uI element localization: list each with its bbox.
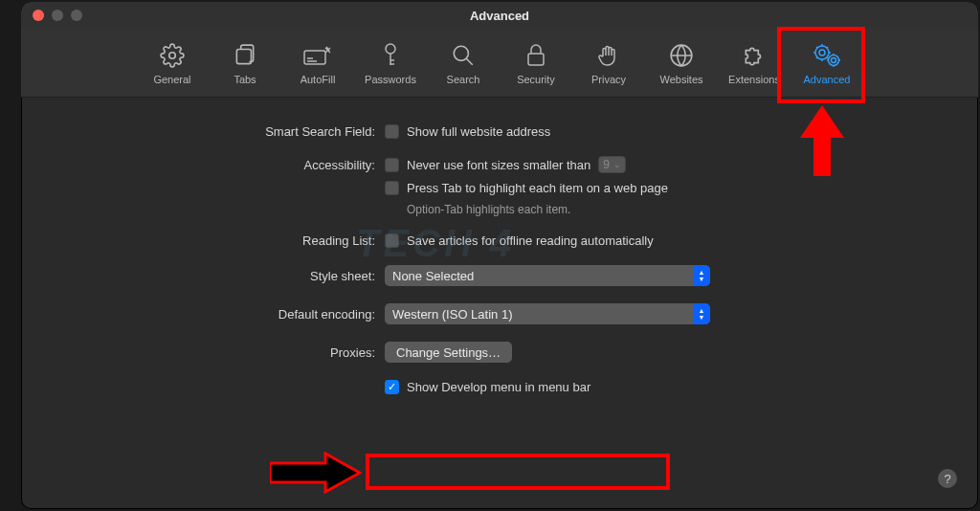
tab-advanced[interactable]: Advanced — [793, 33, 860, 93]
svg-point-3 — [386, 44, 395, 54]
key-icon — [381, 41, 400, 70]
tab-search[interactable]: Search — [430, 33, 497, 93]
tab-label: Extensions — [728, 74, 780, 85]
show-full-url-label: Show full website address — [407, 124, 550, 139]
window-title: Advanced — [21, 9, 978, 23]
select-arrows-icon: ▲▼ — [693, 303, 710, 324]
accessibility-label: Accessibility: — [50, 158, 385, 172]
tab-label: Passwords — [365, 74, 416, 85]
gears-icon — [813, 41, 841, 70]
puzzle-icon — [742, 41, 767, 70]
svg-marker-12 — [270, 454, 360, 492]
style-sheet-value: None Selected — [392, 269, 474, 283]
develop-menu-checkbox[interactable] — [385, 380, 399, 394]
press-tab-checkbox[interactable] — [385, 181, 399, 195]
svg-point-4 — [454, 46, 468, 60]
tab-autofill[interactable]: AutoFill — [284, 33, 351, 93]
tab-extensions[interactable]: Extensions — [721, 33, 788, 93]
tab-passwords[interactable]: Passwords — [357, 33, 424, 93]
lock-icon — [525, 41, 546, 70]
option-tab-hint: Option-Tab highlights each item. — [407, 203, 570, 216]
tab-tabs[interactable]: Tabs — [212, 33, 278, 93]
preferences-toolbar: General Tabs AutoFill Passwords Search — [21, 29, 978, 98]
tab-label: AutoFill — [301, 74, 336, 85]
svg-point-7 — [819, 50, 825, 56]
svg-point-10 — [829, 55, 839, 65]
tabs-icon — [233, 41, 257, 70]
chevron-down-icon: ⌄ — [613, 160, 621, 169]
tab-label: Privacy — [591, 74, 626, 85]
default-encoding-value: Western (ISO Latin 1) — [392, 307, 512, 322]
svg-rect-5 — [528, 54, 544, 65]
globe-icon — [669, 41, 694, 70]
tab-websites[interactable]: Websites — [648, 33, 715, 93]
annotation-box-develop-menu — [366, 454, 670, 490]
tab-label: Security — [517, 74, 555, 85]
tab-label: Websites — [659, 74, 702, 85]
change-settings-label: Change Settings… — [396, 345, 501, 360]
autofill-icon — [303, 41, 332, 70]
hand-icon — [597, 41, 620, 70]
develop-menu-label: Show Develop menu in menu bar — [407, 380, 590, 394]
press-tab-label: Press Tab to highlight each item on a we… — [407, 181, 668, 195]
change-settings-button[interactable]: Change Settings… — [385, 342, 512, 363]
svg-point-0 — [169, 52, 176, 58]
help-label: ? — [944, 472, 950, 486]
select-arrows-icon: ▲▼ — [693, 265, 710, 286]
tab-label: General — [153, 74, 190, 85]
preferences-window: Advanced General Tabs AutoFill — [21, 2, 978, 509]
min-font-size-stepper[interactable]: 9 ⌄ — [598, 156, 626, 173]
svg-rect-2 — [304, 51, 325, 64]
reading-list-label: Reading List: — [50, 233, 385, 248]
search-icon — [451, 41, 476, 70]
help-button[interactable]: ? — [938, 469, 957, 488]
default-encoding-label: Default encoding: — [50, 307, 385, 322]
show-full-url-checkbox[interactable] — [385, 124, 399, 139]
tab-security[interactable]: Security — [502, 33, 569, 93]
style-sheet-label: Style sheet: — [50, 269, 385, 283]
tab-label: Tabs — [234, 74, 256, 85]
reading-list-checkbox[interactable] — [385, 233, 399, 248]
tab-privacy[interactable]: Privacy — [575, 33, 642, 93]
min-font-size-checkbox[interactable] — [385, 158, 399, 172]
reading-list-option-label: Save articles for offline reading automa… — [407, 233, 654, 248]
font-size-value: 9 — [603, 158, 610, 171]
min-font-size-label: Never use font sizes smaller than — [407, 158, 590, 172]
content-area: Smart Search Field: Show full website ad… — [21, 98, 978, 429]
smart-search-label: Smart Search Field: — [50, 124, 385, 139]
tab-label: Advanced — [804, 74, 851, 85]
gear-icon — [160, 41, 185, 70]
titlebar: Advanced — [21, 2, 978, 29]
tab-label: Search — [447, 74, 480, 85]
style-sheet-select[interactable]: None Selected ▲▼ — [385, 265, 710, 286]
default-encoding-select[interactable]: Western (ISO Latin 1) ▲▼ — [385, 303, 710, 324]
tab-general[interactable]: General — [139, 33, 206, 93]
svg-rect-1 — [236, 49, 251, 63]
annotation-arrow-right — [270, 452, 362, 494]
svg-point-9 — [832, 57, 836, 62]
proxies-label: Proxies: — [50, 345, 385, 360]
